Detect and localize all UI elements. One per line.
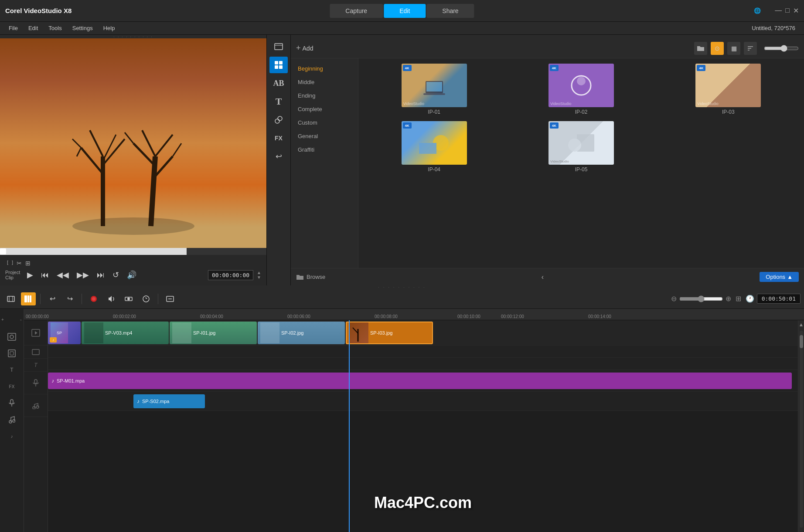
clip-i02[interactable]: SP-I02.jpg: [258, 322, 345, 344]
thumbnail-ip05[interactable]: 4K VideoStudio IP-05: [511, 121, 651, 173]
tl-speed[interactable]: [139, 292, 153, 305]
cat-graffiti[interactable]: Graffiti: [291, 143, 358, 156]
bracket-open[interactable]: [: [7, 260, 8, 267]
folder-icon[interactable]: [694, 42, 707, 55]
cat-complete[interactable]: Complete: [291, 102, 358, 116]
menu-tools[interactable]: Tools: [43, 23, 67, 33]
loop-button[interactable]: ↺: [110, 269, 122, 281]
media-tool[interactable]: [269, 38, 288, 55]
scroll-down-button[interactable]: ▼: [797, 529, 804, 532]
cat-general[interactable]: General: [291, 129, 358, 143]
tab-edit[interactable]: Edit: [384, 4, 426, 18]
clip-i03[interactable]: SP-I03.jpg: [346, 322, 433, 344]
timeline-timecode[interactable]: 0:00:50:01: [757, 294, 801, 304]
svg-point-21: [275, 119, 279, 123]
undo-tool[interactable]: ↩: [269, 148, 288, 165]
graphics-tool[interactable]: [269, 112, 288, 128]
cat-custom[interactable]: Custom: [291, 116, 358, 129]
clock-icon[interactable]: 🕐: [746, 295, 754, 303]
svg-rect-58: [34, 380, 37, 383]
audio-track-icon[interactable]: ♪: [3, 428, 20, 444]
library-icon[interactable]: ⊙: [711, 42, 724, 55]
instant-project-tool[interactable]: [269, 57, 288, 73]
track-label-overlay: [24, 346, 48, 359]
volume-button[interactable]: 🔊: [124, 269, 139, 281]
scroll-handle[interactable]: [800, 335, 803, 348]
video-track-icon[interactable]: [3, 329, 20, 345]
tl-audio[interactable]: [104, 292, 119, 305]
zoom-slider[interactable]: [679, 295, 723, 302]
side-toolbar: AB T FX ↩: [267, 35, 291, 285]
thumbnail-ip04[interactable]: 4K IP-04: [364, 121, 504, 173]
add-track-icon[interactable]: +: [0, 312, 11, 327]
voice-track-icon[interactable]: [3, 395, 20, 411]
tl-film-tool[interactable]: [3, 292, 18, 305]
menu-help[interactable]: Help: [98, 23, 120, 33]
menu-edit[interactable]: Edit: [23, 23, 43, 33]
cut-icon[interactable]: ✂: [17, 260, 22, 267]
options-button[interactable]: Options ▲: [760, 272, 799, 282]
tl-fx-overlay[interactable]: [121, 292, 136, 305]
cat-beginning[interactable]: Beginning: [291, 62, 358, 75]
play-button[interactable]: ▶: [24, 269, 36, 281]
cat-middle[interactable]: Middle: [291, 75, 358, 89]
watermark: Mac4PC.com: [374, 494, 472, 512]
scroll-up-button[interactable]: ▲: [797, 320, 804, 329]
bracket-close[interactable]: ]: [12, 260, 13, 267]
timecode-up[interactable]: ▲: [257, 270, 261, 275]
playhead[interactable]: [349, 320, 350, 532]
tab-share[interactable]: Share: [426, 4, 474, 18]
tl-storyboard-tool[interactable]: [21, 292, 36, 305]
tab-capture[interactable]: Capture: [330, 4, 383, 18]
window-controls: — □ ✕: [775, 7, 799, 15]
step-back-button[interactable]: ◀◀: [54, 269, 72, 281]
add-button[interactable]: + Add: [296, 44, 313, 53]
globe-icon[interactable]: 🌐: [754, 7, 761, 14]
zoom-in-icon[interactable]: ⊕: [726, 295, 731, 303]
zoom-out-icon[interactable]: ⊖: [671, 295, 677, 303]
music-track-icon[interactable]: [3, 412, 20, 427]
menu-settings[interactable]: Settings: [67, 23, 98, 33]
copy-icon[interactable]: ⊞: [25, 260, 31, 267]
fit-timeline-icon[interactable]: ⊞: [736, 295, 741, 303]
browse-button[interactable]: Browse: [296, 274, 325, 280]
skip-end-button[interactable]: ⏭: [94, 270, 107, 281]
view-icon[interactable]: ▦: [727, 42, 740, 55]
step-forward-button[interactable]: ▶▶: [74, 269, 92, 281]
menu-file[interactable]: File: [3, 23, 23, 33]
nav-tabs: Capture Edit Share: [330, 4, 474, 18]
thumbnail-ip02[interactable]: 4K VideoStudio IP-02: [511, 64, 651, 115]
main-area: [ ] ✂ ⊞ Project Clip ▶ ⏮ ◀◀ ▶▶ ⏭ ↺ 🔊 00:…: [0, 35, 804, 285]
clip-sp[interactable]: SP ♪: [48, 322, 81, 344]
skip-start-button[interactable]: ⏮: [38, 270, 51, 281]
overlay-track-icon[interactable]: [3, 346, 20, 361]
text-tool[interactable]: AB: [269, 75, 288, 91]
thumbnail-ip03[interactable]: 4K VideoStudio IP-03: [658, 64, 799, 115]
clip-v03[interactable]: SP-V03.mp4: [82, 322, 169, 344]
clip-i01[interactable]: SP-I01.jpg: [170, 322, 257, 344]
text-track-icon[interactable]: T: [3, 362, 20, 378]
progress-thumb[interactable]: [0, 248, 6, 254]
tl-record[interactable]: [86, 292, 101, 305]
tl-undo[interactable]: ↩: [45, 292, 60, 305]
minimize-button[interactable]: —: [775, 7, 782, 15]
browse-collapse-button[interactable]: ‹: [542, 273, 544, 281]
clip-audio[interactable]: ♪ SP-S02.mpa: [133, 394, 205, 408]
clip-i03-label: SP-I03.jpg: [370, 330, 392, 335]
svg-rect-57: [32, 349, 39, 355]
tl-text[interactable]: [163, 292, 177, 305]
timecode-down[interactable]: ▼: [257, 275, 261, 280]
sort-icon[interactable]: [744, 42, 757, 55]
cat-ending[interactable]: Ending: [291, 89, 358, 102]
timecode-display[interactable]: 00:00:00:00: [208, 270, 253, 280]
size-range[interactable]: [764, 45, 799, 52]
fx-track-icon[interactable]: FX: [3, 379, 20, 394]
fx-tool[interactable]: FX: [269, 130, 288, 146]
title-tool[interactable]: T: [269, 93, 288, 110]
thumbnail-ip01[interactable]: 4K VideoStudio IP-01: [364, 64, 504, 115]
progress-bar[interactable]: [0, 248, 266, 255]
clip-music[interactable]: ♪ SP-M01.mpa: [48, 373, 792, 389]
maximize-button[interactable]: □: [785, 7, 790, 15]
close-button[interactable]: ✕: [793, 7, 799, 15]
tl-redo[interactable]: ↪: [62, 292, 77, 305]
